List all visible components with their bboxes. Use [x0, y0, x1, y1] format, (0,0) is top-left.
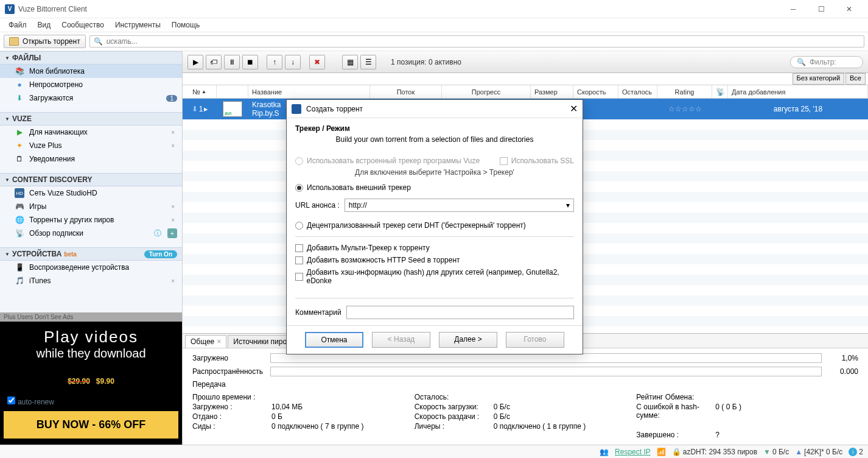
info-badge[interactable]: i 2 — [849, 448, 863, 456]
respect-ip[interactable]: Respect IP — [615, 448, 651, 456]
plus-icon: ✦ — [15, 141, 24, 150]
view-simple-button[interactable]: ▦ — [342, 55, 358, 69]
info-icon[interactable]: ⓘ — [153, 228, 163, 238]
minimize-button[interactable]: ─ — [779, 0, 807, 18]
sidebar-section-files[interactable]: ▼ФАЙЛЫ — [0, 51, 182, 65]
sidebar-item-subscriptions[interactable]: 📡Обзор подпискиⓘ+ — [0, 227, 182, 240]
sidebar-item-games[interactable]: 🎮Игры× — [0, 200, 182, 213]
close-icon[interactable]: × — [169, 143, 177, 149]
col-size[interactable]: Размер — [531, 85, 573, 98]
checkbox-multitracker[interactable]: Добавить Мульти-Трекер к торренту — [295, 242, 574, 254]
filter-input[interactable]: 🔍Фильтр: — [790, 56, 863, 68]
checkbox-hashinfo[interactable]: Добавить хэш-информацию (hash) для други… — [295, 266, 574, 287]
sidebar-item-downloading[interactable]: ⬇Загружаются1 — [0, 91, 182, 105]
sidebar-item-peer-torrents[interactable]: 🌐Торренты у других пиров× — [0, 213, 182, 227]
comment-input[interactable] — [346, 306, 574, 319]
create-torrent-dialog: Создать торрент ✕ Трекер / Режим Build y… — [286, 99, 583, 354]
announce-url-combobox[interactable]: http://▾ — [345, 199, 574, 212]
radio-external-tracker[interactable]: Использовать внешний трекер — [295, 181, 574, 194]
window-title: Vuze Bittorrent Client — [18, 5, 87, 13]
col-name[interactable]: Название — [248, 85, 370, 98]
sidebar-ad[interactable]: Play videos while they download $29.90$9… — [0, 322, 182, 445]
menu-tools[interactable]: Инструменты — [110, 19, 166, 30]
col-date[interactable]: Дата добавления — [728, 85, 868, 98]
next-button[interactable]: Далее > — [439, 332, 497, 348]
col-rss[interactable]: 📡 — [712, 85, 728, 98]
menu-view[interactable]: Вид — [33, 19, 56, 30]
up-button[interactable]: ↑ — [267, 55, 282, 69]
tag-button[interactable]: 🏷 — [206, 55, 222, 69]
dht-status: 🔒 azDHT: 294 353 пиров — [672, 448, 757, 456]
category-all-button[interactable]: Все — [845, 73, 866, 85]
col-progress[interactable]: Прогресс — [442, 85, 531, 98]
sidebar-item-itunes[interactable]: 🎵iTunes× — [0, 274, 182, 287]
control-bar: ▶ 🏷 ⏸ ⏹ ↑ ↓ ✖ ▦ ☰ 1 позиция: 0 активно 🔍… — [183, 51, 868, 73]
cancel-button[interactable]: Отмена — [305, 332, 363, 348]
downloaded-bar — [270, 353, 822, 363]
network-icon: 📶 — [657, 448, 666, 456]
category-none-button[interactable]: Без категорий — [793, 73, 844, 85]
auto-renew-checkbox[interactable] — [7, 396, 15, 404]
col-stream[interactable]: Поток — [370, 85, 442, 98]
statusbar: 👥 Respect IP 📶 🔒 azDHT: 294 353 пиров ▼ … — [0, 445, 868, 458]
col-speed[interactable]: Скорость — [573, 85, 618, 98]
open-torrent-button[interactable]: Открыть торрент — [4, 35, 86, 48]
close-icon[interactable]: × — [169, 129, 177, 136]
dot-icon: ● — [15, 80, 24, 90]
down-button[interactable]: ↓ — [285, 55, 301, 69]
rss-icon: 📡 — [15, 228, 24, 238]
search-icon: 🔍 — [94, 37, 103, 46]
checkbox-httpseed[interactable]: Добавить возможность HTTP Seed в торрент — [295, 254, 574, 266]
sidebar-item-device-playback[interactable]: 📱Воспроизведение устройства — [0, 261, 182, 274]
play-icon: ▶ — [15, 127, 24, 137]
col-rating[interactable]: Rating — [657, 85, 712, 98]
search-field[interactable]: 🔍 — [89, 35, 864, 48]
sidebar-section-devices[interactable]: ▼УСТРОЙСТВАbetaTurn On — [0, 247, 182, 261]
add-icon[interactable]: + — [167, 228, 177, 238]
availability-bar — [270, 367, 822, 376]
downloading-count-badge: 1 — [166, 95, 177, 102]
sidebar-item-notifications[interactable]: 🗒Уведомления — [0, 152, 182, 166]
back-button: < Назад — [372, 332, 430, 348]
close-icon[interactable]: × — [217, 337, 221, 346]
close-icon[interactable]: × — [169, 203, 177, 210]
search-input[interactable] — [107, 37, 860, 46]
dialog-close-button[interactable]: ✕ — [570, 103, 578, 114]
download-icon: ⬇ — [15, 93, 24, 103]
col-icon[interactable] — [217, 85, 248, 98]
globe-icon: 🌐 — [15, 215, 24, 225]
sidebar-section-vuze[interactable]: ▼VUZE — [0, 112, 182, 125]
sidebar-item-library[interactable]: 📚Моя библиотека — [0, 65, 182, 78]
tab-peers[interactable]: Источники пиро — [228, 335, 292, 348]
close-icon[interactable]: × — [169, 217, 177, 224]
menu-help[interactable]: Помощь — [167, 19, 205, 30]
pause-button[interactable]: ⏸ — [224, 55, 240, 69]
run-button[interactable]: ▶ — [187, 55, 203, 69]
maximize-button[interactable]: ☐ — [807, 0, 835, 18]
dialog-subtitle: Build your own torrent from a selection … — [295, 135, 574, 144]
friends-icon[interactable]: 👥 — [600, 448, 609, 456]
view-detail-button[interactable]: ☰ — [360, 55, 376, 69]
radio-dht-tracker[interactable]: Децентрализованный трекер сети DHT ('бес… — [295, 219, 574, 231]
tab-general[interactable]: Общее × — [185, 335, 226, 348]
sidebar-section-discovery[interactable]: ▼CONTENT DISCOVERY — [0, 173, 182, 186]
close-icon[interactable]: × — [169, 278, 177, 284]
buy-now-button[interactable]: BUY NOW - 66% OFF — [4, 411, 178, 439]
sidebar-item-beginners[interactable]: ▶Для начинающих× — [0, 125, 182, 139]
sidebar-item-plus[interactable]: ✦Vuze Plus× — [0, 139, 182, 152]
sidebar-item-studio[interactable]: HDСеть Vuze StudioHD — [0, 186, 182, 200]
search-icon: 🔍 — [797, 58, 806, 66]
col-number[interactable]: № ▲ — [183, 85, 217, 98]
close-button[interactable]: ✕ — [835, 0, 863, 18]
chevron-down-icon: ▾ — [566, 201, 570, 210]
menu-file[interactable]: Файл — [4, 19, 32, 30]
delete-button[interactable]: ✖ — [309, 55, 325, 69]
stop-button[interactable]: ⏹ — [242, 55, 258, 69]
turn-on-button[interactable]: Turn On — [144, 250, 177, 258]
availability-label: Распространённость — [192, 367, 270, 376]
table-header: № ▲ Название Поток Прогресс Размер Скоро… — [183, 85, 868, 99]
device-icon: 📱 — [15, 262, 24, 272]
sidebar-item-unviewed[interactable]: ●Непросмотрено — [0, 78, 182, 91]
col-remaining[interactable]: Осталось — [618, 85, 657, 98]
menu-community[interactable]: Сообщество — [57, 19, 109, 30]
